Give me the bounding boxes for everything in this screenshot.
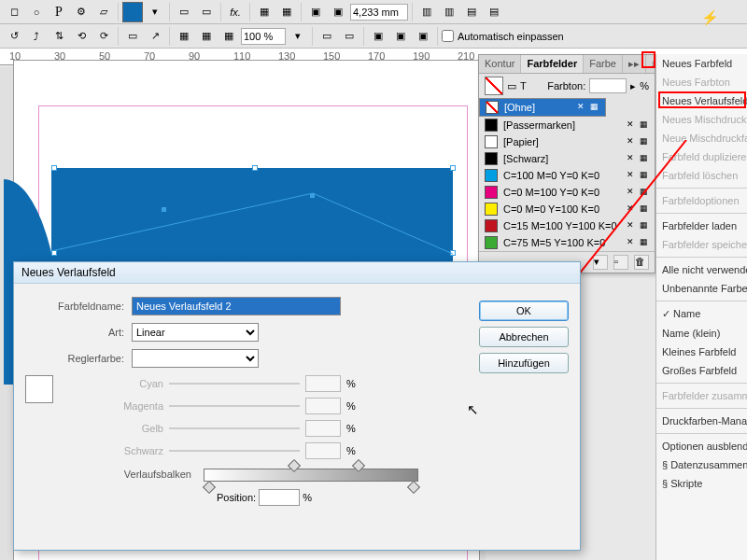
- cursor-icon: ↖: [467, 401, 479, 418]
- tool-generic[interactable]: ⚙: [71, 2, 92, 22]
- new-swatch-icon[interactable]: ▫: [613, 255, 628, 270]
- tool-generic[interactable]: ⟳: [93, 26, 114, 47]
- text-proxy-icon[interactable]: T: [520, 80, 527, 91]
- tool-generic[interactable]: ↗: [145, 26, 165, 47]
- cyan-input[interactable]: [305, 375, 341, 392]
- swatch-row[interactable]: C=100 M=0 Y=0 K=0✕▦: [479, 167, 655, 184]
- name-input[interactable]: [132, 297, 341, 315]
- menu-item[interactable]: Name (klein): [656, 324, 747, 343]
- swatch-list[interactable]: [Ohne]✕▦[Passermarken]✕▦[Papier]✕▦[Schwa…: [479, 98, 655, 251]
- chevron-down-icon[interactable]: ▾: [145, 2, 165, 22]
- swatch-row[interactable]: C=0 M=0 Y=100 K=0✕▦: [479, 201, 655, 217]
- tool-generic[interactable]: ▦: [254, 2, 275, 22]
- name-label: Farbfeldname:: [25, 301, 132, 312]
- black-slider[interactable]: [169, 450, 300, 452]
- tool-generic[interactable]: ◻: [4, 2, 24, 22]
- type-label: Art:: [25, 327, 132, 338]
- add-button[interactable]: Hinzufügen: [479, 353, 569, 373]
- type-select[interactable]: Linear: [132, 323, 259, 342]
- swatch-row[interactable]: [Papier]✕▦: [479, 133, 655, 150]
- tool-generic[interactable]: ▱: [93, 2, 114, 22]
- tool-generic[interactable]: ⇅: [49, 26, 69, 47]
- menu-item[interactable]: Alle nicht verwendeten auswählen: [656, 260, 747, 279]
- tool-generic[interactable]: ▤: [461, 2, 482, 22]
- tool-generic[interactable]: ▥: [439, 2, 459, 22]
- position-label: Position:: [217, 492, 256, 503]
- stopcolor-select[interactable]: [132, 349, 259, 368]
- swatch-row[interactable]: C=15 M=100 Y=100 K=0✕▦: [479, 217, 655, 234]
- measure-input[interactable]: [350, 4, 408, 21]
- swatch-row[interactable]: [Schwarz]✕▦: [479, 150, 655, 167]
- fill-swatch[interactable]: [122, 2, 143, 22]
- tool-generic[interactable]: ▭: [339, 26, 359, 47]
- yellow-slider[interactable]: [169, 427, 300, 429]
- show-options-icon[interactable]: ▾: [593, 255, 608, 270]
- cyan-slider[interactable]: [169, 383, 300, 385]
- ok-button[interactable]: OK: [479, 301, 569, 321]
- cyan-label: Cyan: [109, 378, 163, 389]
- cancel-button[interactable]: Abbrechen: [479, 327, 569, 347]
- swatch-row[interactable]: [Passermarken]✕▦: [479, 117, 655, 133]
- tool-generic[interactable]: ▤: [484, 2, 504, 22]
- ramp-label: Verlaufsbalken: [100, 469, 201, 480]
- new-gradient-dialog: Neues Verlaufsfeld Farbfeldname: Art: Li…: [13, 261, 581, 551]
- magenta-input[interactable]: [305, 398, 341, 414]
- swatch-row[interactable]: C=0 M=100 Y=0 K=0✕▦: [479, 184, 655, 201]
- tool-generic[interactable]: ▦: [174, 26, 194, 47]
- tool-generic[interactable]: ▦: [276, 2, 297, 22]
- tool-generic[interactable]: ▦: [196, 26, 217, 47]
- black-label: Schwarz: [109, 445, 163, 456]
- menu-item[interactable]: ✓ Name: [656, 304, 747, 324]
- swatch-row[interactable]: [Ohne]✕▦: [479, 98, 606, 117]
- tool-generic[interactable]: ▭: [196, 2, 217, 22]
- menu-item[interactable]: Kleines Farbfeld: [656, 343, 747, 361]
- black-input[interactable]: [305, 442, 341, 459]
- menu-item[interactable]: § Skripte: [656, 474, 747, 493]
- menu-item[interactable]: Neues Farbfeld: [656, 54, 747, 73]
- menu-item[interactable]: Unbenannte Farben hinzufügen: [656, 279, 747, 298]
- panel-menu-highlight: [641, 51, 655, 68]
- tool-generic[interactable]: ⟲: [71, 26, 92, 47]
- tool-generic[interactable]: ▭: [122, 26, 143, 47]
- yellow-input[interactable]: [305, 420, 341, 437]
- tool-generic[interactable]: ▭: [317, 26, 337, 47]
- menu-item[interactable]: § Datenzusammenführung: [656, 455, 747, 474]
- menu-item[interactable]: Druckfarben-Manager: [656, 412, 747, 430]
- tab-kontur[interactable]: Kontur: [479, 55, 521, 73]
- tint-input[interactable]: [589, 78, 627, 93]
- tool-generic[interactable]: ↺: [4, 26, 24, 47]
- tool-paragraph[interactable]: P: [49, 2, 69, 22]
- fill-stroke-proxy[interactable]: [485, 77, 503, 95]
- menu-item: Farbfeld duplizieren: [656, 147, 747, 166]
- fx-icon[interactable]: fx.: [225, 2, 246, 22]
- magenta-slider[interactable]: [169, 405, 300, 407]
- swatch-row[interactable]: C=75 M=5 Y=100 K=0✕▦: [479, 234, 655, 251]
- tool-generic[interactable]: ▣: [328, 2, 348, 22]
- lightning-icon[interactable]: ⚡: [701, 9, 719, 26]
- tool-generic[interactable]: ▣: [368, 26, 388, 47]
- tool-generic[interactable]: ▥: [416, 2, 437, 22]
- gradient-ramp[interactable]: [204, 469, 418, 482]
- menu-item[interactable]: Neues Verlaufsfeld: [656, 91, 747, 110]
- menu-item[interactable]: Großes Farbfeld: [656, 361, 747, 380]
- tool-generic[interactable]: ▣: [413, 26, 433, 47]
- tool-generic[interactable]: ⤴: [26, 26, 47, 47]
- position-input[interactable]: [259, 489, 300, 506]
- tool-generic[interactable]: ○: [26, 2, 47, 22]
- dialog-title: Neues Verlaufsfeld: [14, 262, 580, 284]
- menu-item: Farbfelder zusammenführen: [656, 386, 747, 405]
- tool-generic[interactable]: ▭: [174, 2, 194, 22]
- tab-farbe[interactable]: Farbe: [584, 55, 623, 73]
- auto-fit-check[interactable]: Automatisch einpassen: [442, 30, 564, 42]
- tool-generic[interactable]: ▣: [390, 26, 411, 47]
- chevron-down-icon[interactable]: ▾: [288, 26, 308, 47]
- tool-generic[interactable]: ▣: [305, 2, 326, 22]
- zoom-input[interactable]: [241, 28, 286, 45]
- container-proxy-icon[interactable]: ▭: [507, 80, 516, 92]
- trash-icon[interactable]: 🗑: [634, 255, 649, 270]
- menu-item[interactable]: Optionen ausblenden: [656, 437, 747, 455]
- tool-generic[interactable]: ▦: [218, 26, 239, 47]
- toolbar-row-2: ↺ ⤴ ⇅ ⟲ ⟳ ▭ ↗ ▦ ▦ ▦ ▾ ▭ ▭ ▣ ▣ ▣ Automati…: [0, 24, 747, 49]
- tab-farbfelder[interactable]: Farbfelder: [521, 55, 584, 73]
- menu-item[interactable]: Farbfelder laden: [656, 217, 747, 235]
